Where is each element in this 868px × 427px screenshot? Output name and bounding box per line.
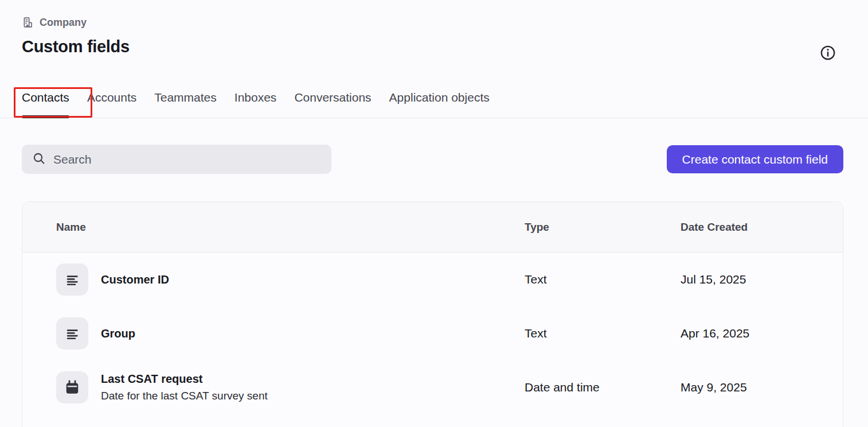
field-date-created: May 9, 2025 xyxy=(681,381,821,394)
custom-fields-table: Name Type Date Created Customer ID xyxy=(22,201,843,427)
create-contact-custom-field-button[interactable]: Create contact custom field xyxy=(667,145,843,173)
column-header-name: Name xyxy=(56,221,525,234)
calendar-icon xyxy=(56,371,88,403)
text-icon xyxy=(56,263,88,296)
page-header: Company Custom fields xyxy=(0,0,868,56)
column-header-date-created: Date Created xyxy=(681,221,821,234)
tab-application-objects[interactable]: Application objects xyxy=(389,91,490,118)
tab-accounts[interactable]: Accounts xyxy=(87,91,136,118)
tab-teammates[interactable]: Teammates xyxy=(154,91,217,118)
search-input[interactable] xyxy=(53,153,321,166)
table-row[interactable]: Customer ID Text Jul 15, 2025 xyxy=(22,253,843,306)
table-row[interactable]: Group Text Apr 16, 2025 xyxy=(22,306,843,360)
search-box[interactable] xyxy=(22,145,331,174)
info-icon[interactable] xyxy=(819,44,837,63)
breadcrumb-label: Company xyxy=(40,17,87,29)
field-name: Group xyxy=(101,327,135,340)
field-name: Customer ID xyxy=(101,273,169,286)
field-date-created: Apr 16, 2025 xyxy=(681,327,821,340)
text-icon xyxy=(56,317,88,350)
field-type: Text xyxy=(525,273,681,286)
breadcrumb: Company xyxy=(22,16,846,29)
table-row[interactable]: Last CSAT request Date for the last CSAT… xyxy=(22,360,843,414)
field-type: Date and time xyxy=(525,381,681,394)
tab-contacts[interactable]: Contacts xyxy=(22,91,69,118)
toolbar: Create contact custom field xyxy=(0,145,868,174)
building-icon xyxy=(22,16,34,29)
page-title: Custom fields xyxy=(22,37,846,56)
field-type: Text xyxy=(525,327,681,340)
tab-bar: ContactsAccountsTeammatesInboxesConversa… xyxy=(0,91,868,118)
field-name: Last CSAT request xyxy=(101,372,268,386)
table-body: Customer ID Text Jul 15, 2025 xyxy=(22,253,843,414)
table-header-row: Name Type Date Created xyxy=(22,202,843,253)
tab-conversations[interactable]: Conversations xyxy=(294,91,371,118)
field-date-created: Jul 15, 2025 xyxy=(681,273,821,286)
field-description: Date for the last CSAT survey sent xyxy=(101,390,268,402)
search-icon xyxy=(32,152,46,168)
column-header-type: Type xyxy=(525,221,681,234)
tab-inboxes[interactable]: Inboxes xyxy=(234,91,277,118)
